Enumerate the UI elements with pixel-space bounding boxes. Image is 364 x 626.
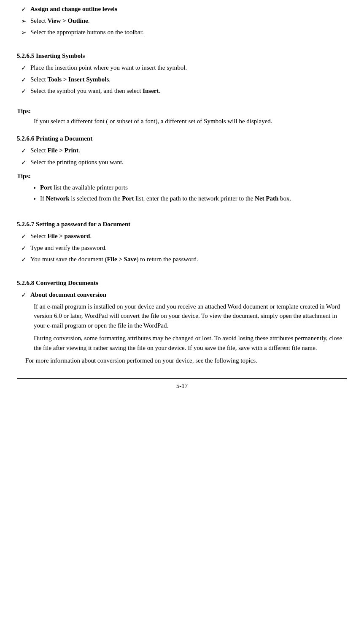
arrow-mark-1: ➢ xyxy=(21,16,30,26)
arrow-item-view-outline: ➢ Select View > Outline. xyxy=(21,16,347,26)
converting-para-2-text: During conversion, some formatting attri… xyxy=(34,335,342,351)
check-text-file-print: Select File > Print. xyxy=(30,146,347,155)
section-heading-528: 5.2.6.8 Converting Documents xyxy=(17,278,347,288)
tips-bullet-list: Port list the available printer ports If… xyxy=(40,183,347,203)
page-number: 5-17 xyxy=(17,378,347,391)
check-mark-527-2: ✓ xyxy=(21,243,30,253)
section-heading-526: 5.2.6.6 Printing a Document xyxy=(17,134,347,144)
check-item-assign: ✓ Assign and change outline levels xyxy=(21,4,347,14)
check-text-file-password: Select File > password. xyxy=(30,231,347,241)
converting-para-2: During conversion, some formatting attri… xyxy=(34,333,347,352)
bullet-item-port: Port list the available printer ports xyxy=(40,183,347,192)
insert-bold: Insert xyxy=(143,87,159,94)
port-rest: list the available printer ports xyxy=(52,184,128,191)
check-mark-assign: ✓ xyxy=(21,4,30,14)
select-symbol-end: . xyxy=(159,87,161,94)
file-password-bold: File > password xyxy=(47,233,90,239)
check-item-save-return: ✓ You must save the document (File > Sav… xyxy=(21,255,347,265)
save-return-start: You must save the document ( xyxy=(30,256,107,263)
file-print-bold: File > Print xyxy=(47,147,78,154)
tips-label-1: Tips: xyxy=(17,106,347,116)
network-start: If xyxy=(40,195,46,202)
check-item-select-symbol: ✓ Select the symbol you want, and then s… xyxy=(21,86,347,96)
check-mark-525-2: ✓ xyxy=(21,75,30,85)
check-item-file-print: ✓ Select File > Print. xyxy=(21,146,347,156)
converting-para-3-text: For more information about conversion pe… xyxy=(25,357,257,364)
check-item-insertion-point: ✓ Place the insertion point where you wa… xyxy=(21,63,347,73)
check-item-file-password: ✓ Select File > password. xyxy=(21,231,347,241)
converting-para-3: For more information about conversion pe… xyxy=(25,356,347,366)
arrow-item-toolbar: ➢ Select the appropriate buttons on the … xyxy=(21,27,347,38)
port-bold-2: Port xyxy=(122,195,134,202)
net-path-bold: Net Path xyxy=(255,195,278,202)
tools-insert-end: . xyxy=(109,76,111,83)
tips-text-1: If you select a different font ( or subs… xyxy=(34,117,347,126)
network-end: box. xyxy=(278,195,291,202)
file-save-bold: File > Save xyxy=(107,256,136,263)
check-item-tools-insert: ✓ Select Tools > Insert Symbols. xyxy=(21,75,347,85)
about-conversion-bold: About document conversion xyxy=(30,291,106,298)
check-text-select-symbol: Select the symbol you want, and then sel… xyxy=(30,86,347,96)
tips-label-2: Tips: xyxy=(17,171,347,181)
check-text-printing-options: Select the printing options you want. xyxy=(30,157,347,167)
network-bold: Network xyxy=(46,195,70,202)
assign-bold-text: Assign and change outline levels xyxy=(30,5,117,12)
port-bold: Port xyxy=(40,184,52,191)
save-return-end: ) to return the password. xyxy=(137,256,198,263)
check-text-type-verify: Type and verify the password. xyxy=(30,243,347,253)
network-mid: is selected from the xyxy=(70,195,122,202)
select-symbol-start: Select the symbol you want, and then sel… xyxy=(30,87,143,94)
check-mark-526-1: ✓ xyxy=(21,146,30,156)
check-text-assign: Assign and change outline levels xyxy=(30,4,347,14)
check-text-save-return: You must save the document (File > Save)… xyxy=(30,255,347,264)
view-outline-end: . xyxy=(88,17,90,24)
file-password-end: . xyxy=(90,233,92,239)
check-text-insertion-point: Place the insertion point where you want… xyxy=(30,63,347,73)
network-mid2: list, enter the path to the network prin… xyxy=(134,195,255,202)
check-text-about-conversion: About document conversion xyxy=(30,290,347,300)
arrow-text-view-outline: Select View > Outline. xyxy=(30,16,347,26)
check-mark-528-1: ✓ xyxy=(21,290,30,300)
arrow-mark-2: ➢ xyxy=(21,27,30,38)
check-mark-527-1: ✓ xyxy=(21,231,30,241)
tools-insert-bold: Tools > Insert Symbols xyxy=(47,76,109,83)
converting-para-1: If an e-mail program is installed on you… xyxy=(34,302,347,331)
check-item-about-conversion: ✓ About document conversion xyxy=(21,290,347,300)
check-item-type-verify: ✓ Type and verify the password. xyxy=(21,243,347,253)
bullet-item-network: If Network is selected from the Port lis… xyxy=(40,194,347,203)
check-mark-527-3: ✓ xyxy=(21,255,30,265)
arrow-text-toolbar: Select the appropriate buttons on the to… xyxy=(30,27,347,37)
check-text-tools-insert: Select Tools > Insert Symbols. xyxy=(30,75,347,84)
check-mark-526-2: ✓ xyxy=(21,157,30,168)
check-mark-525-3: ✓ xyxy=(21,86,30,96)
section-heading-525: 5.2.6.5 Inserting Symbols xyxy=(17,51,347,61)
check-mark-525-1: ✓ xyxy=(21,63,30,73)
check-item-printing-options: ✓ Select the printing options you want. xyxy=(21,157,347,168)
view-outline-bold: View > Outline xyxy=(47,17,88,24)
section-heading-527: 5.2.6.7 Setting a password for a Documen… xyxy=(17,220,347,229)
converting-para-1-text: If an e-mail program is installed on you… xyxy=(34,303,340,329)
content-area: ✓ Assign and change outline levels ➢ Sel… xyxy=(17,4,347,390)
file-print-end: . xyxy=(78,147,80,154)
